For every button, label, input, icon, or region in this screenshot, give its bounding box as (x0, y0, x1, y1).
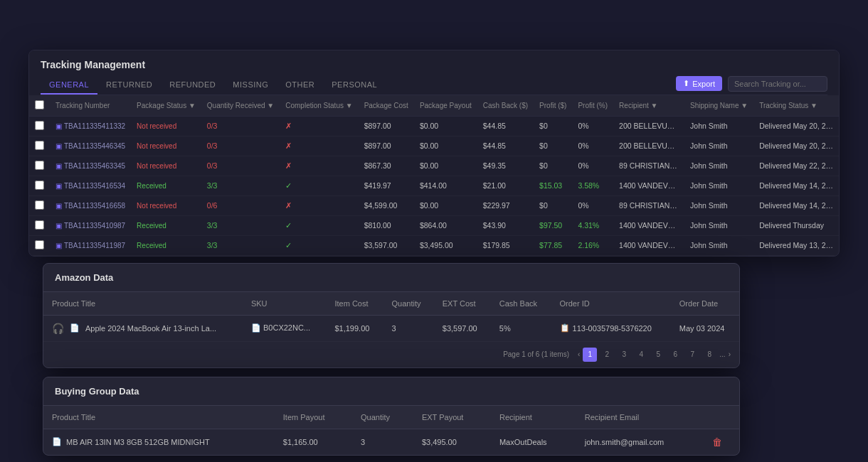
page-btn-4[interactable]: 4 (634, 348, 648, 362)
table-row: ▣ TBA111335463345 Not received 0/3 ✗ $86… (29, 156, 839, 176)
page-btn-5[interactable]: 5 (651, 348, 665, 362)
row-profit-pct-5: 4.31% (572, 215, 613, 235)
row-completion-6: ✓ (280, 235, 358, 255)
tab-returned[interactable]: RETURNED (97, 76, 161, 95)
row-recipient-4: 89 CHRISTIANA RD (613, 195, 684, 215)
row-status-3: Received (131, 176, 201, 195)
delete-button[interactable]: 🗑 (712, 436, 722, 448)
tab-refunded[interactable]: REFUNDED (161, 76, 224, 95)
row-pkg-payout-4: $0.00 (414, 195, 477, 215)
row-checkbox-4[interactable] (35, 200, 44, 210)
select-all-checkbox[interactable] (35, 100, 44, 109)
row-checkbox-5[interactable] (35, 220, 44, 230)
page-btn-2[interactable]: 2 (600, 348, 614, 362)
row-checkbox-cell-0 (29, 116, 50, 136)
row-qty-4: 0/6 (201, 195, 280, 215)
amazon-order-id: 📋 113-0035798-5376220 (551, 315, 671, 341)
amazon-sku: 📄 B0CX22NC... (243, 315, 327, 341)
row-qty-0: 0/3 (201, 116, 280, 136)
table-row: ▣ TBA111335446345 Not received 0/3 ✗ $89… (29, 136, 839, 156)
row-cashback-3: $21.00 (477, 176, 534, 195)
row-tracking-status-6: Delivered May 13, 2024 (753, 235, 839, 255)
row-checkbox-cell-1 (29, 136, 50, 156)
row-completion-5: ✓ (280, 215, 358, 235)
row-qty-6: 3/3 (201, 235, 280, 255)
row-checkbox-3[interactable] (35, 181, 44, 190)
buying-recipient-email: john.smith@gmail.com (576, 429, 704, 455)
page-btn-1[interactable]: 1 (583, 348, 597, 362)
amazon-cash-back: 5% (491, 315, 551, 341)
row-checkbox-cell-4 (29, 195, 50, 215)
row-profit-pct-2: 0% (572, 156, 613, 176)
buying-delete-cell: 🗑 (704, 429, 739, 455)
row-cashback-1: $44.85 (477, 136, 534, 156)
row-pkg-payout-3: $414.00 (414, 176, 477, 195)
buying-doc-icon: 📄 (52, 437, 62, 446)
page-btn-8[interactable]: 8 (702, 348, 716, 362)
row-profit-dollar-4: $0 (534, 195, 572, 215)
row-tracking-2: ▣ TBA111335463345 (50, 156, 131, 176)
table-row: ▣ TBA111335410987 Received 3/3 ✓ $810.00… (29, 215, 839, 235)
row-profit-dollar-3: $15.03 (534, 176, 572, 195)
row-tracking-status-2: Delivered May 22, 2024 (753, 156, 839, 176)
row-profit-dollar-5: $97.50 (534, 215, 572, 235)
row-checkbox-cell-5 (29, 215, 50, 235)
row-pkg-cost-6: $3,597.00 (359, 235, 414, 255)
row-pkg-cost-5: $810.00 (359, 215, 414, 235)
page-btn-6[interactable]: 6 (668, 348, 682, 362)
header-qty-received: Quantity Received ▼ (201, 95, 280, 117)
row-cashback-2: $49.35 (477, 156, 534, 176)
row-status-2: Not received (131, 156, 201, 176)
row-status-5: Received (131, 215, 201, 235)
amazon-header-quantity: Quantity (383, 292, 433, 316)
row-pkg-cost-3: $419.97 (359, 176, 414, 195)
page-btn-7[interactable]: 7 (685, 348, 699, 362)
row-shipping-0: John Smith (684, 116, 753, 136)
doc-icon: 📄 (70, 323, 80, 333)
buying-header-product: Product Title (43, 406, 275, 429)
export-button[interactable]: ⬆ Export (676, 76, 722, 91)
amazon-pagination: Page 1 of 6 (1 items) ‹ 1 2 3 4 5 6 7 8 … (43, 341, 739, 367)
search-input[interactable] (728, 76, 827, 92)
tab-other[interactable]: OTHER (277, 76, 323, 95)
export-icon: ⬆ (683, 79, 689, 88)
row-checkbox-0[interactable] (35, 121, 44, 130)
tab-general[interactable]: GENERAL (41, 76, 97, 95)
row-shipping-3: John Smith (684, 176, 753, 195)
row-recipient-1: 200 BELLEVUE RD (613, 136, 684, 156)
row-checkbox-2[interactable] (35, 161, 44, 170)
row-pkg-payout-5: $864.00 (414, 215, 477, 235)
tab-personal[interactable]: PERSONAL (323, 76, 386, 95)
amazon-order-date: May 03 2024 (671, 315, 739, 341)
row-tracking-status-1: Delivered May 20, 2024 (753, 136, 839, 156)
row-tracking-status-3: Delivered May 14, 2024 (753, 176, 839, 195)
row-completion-3: ✓ (280, 176, 358, 195)
row-qty-1: 0/3 (201, 136, 280, 156)
row-profit-pct-3: 3.58% (572, 176, 613, 195)
header-recipient: Recipient ▼ (613, 95, 684, 117)
panel-header: Tracking Management GENERAL RETURNED REF… (29, 50, 839, 95)
row-checkbox-1[interactable] (35, 141, 44, 150)
row-tracking-1: ▣ TBA111335446345 (50, 136, 131, 156)
row-shipping-6: John Smith (684, 235, 753, 255)
page-btn-3[interactable]: 3 (617, 348, 631, 362)
pagination-prev[interactable]: ‹ (578, 350, 580, 358)
row-profit-pct-0: 0% (572, 116, 613, 136)
row-checkbox-cell-2 (29, 156, 50, 176)
amazon-header-order-id: Order ID (551, 292, 671, 316)
row-status-0: Not received (131, 116, 201, 136)
amazon-panel-title: Amazon Data (43, 264, 739, 292)
tracking-panel: Tracking Management GENERAL RETURNED REF… (28, 50, 840, 257)
amazon-item-cost: $1,199.00 (326, 315, 383, 341)
row-profit-dollar-1: $0 (534, 136, 572, 156)
row-pkg-cost-1: $897.00 (359, 136, 414, 156)
amazon-header-sku: SKU (243, 292, 327, 316)
row-checkbox-6[interactable] (35, 240, 44, 249)
copy-icon[interactable]: 📋 (560, 323, 570, 333)
amazon-header-cash-back: Cash Back (491, 292, 551, 316)
header-tracking-number: Tracking Number (50, 95, 131, 117)
tab-missing[interactable]: MISSING (224, 76, 277, 95)
buying-recipient: MaxOutDeals (491, 429, 576, 455)
buying-header-quantity: Quantity (352, 406, 413, 429)
pagination-next[interactable]: › (729, 350, 731, 358)
